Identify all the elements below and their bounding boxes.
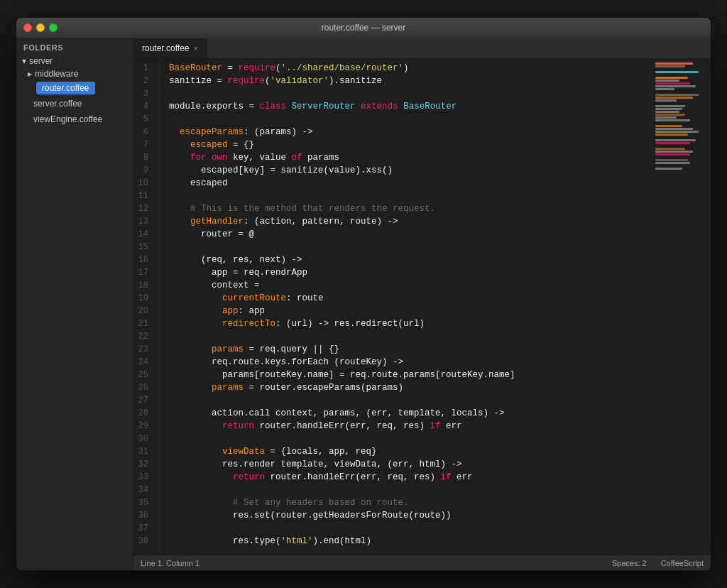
tab-router-coffee[interactable]: router.coffee × <box>133 38 207 58</box>
line-number: 35 <box>133 496 154 509</box>
window-title: router.coffee — server <box>322 23 406 33</box>
code-line-16: (req, res, next) -> <box>169 254 654 266</box>
main-layout: FOLDERS ▾ server ▸ middleware router.cof… <box>16 38 711 570</box>
sidebar-item-viewengine-coffee[interactable]: viewEngine.coffee <box>16 111 133 127</box>
line-number: 1 <box>133 62 154 75</box>
code-line-6: escapeParams: (params) -> <box>169 126 654 138</box>
traffic-lights <box>23 23 58 32</box>
code-line-36: res.set(router.getHeadersForRoute(route)… <box>169 509 654 522</box>
maximize-button[interactable] <box>49 23 58 32</box>
line-number: 12 <box>133 202 154 215</box>
code-line-28: action.call context, params, (err, templ… <box>169 407 654 420</box>
code-line-25: params[routeKey.name] = req.route.params… <box>169 369 654 381</box>
code-line-34 <box>169 484 654 496</box>
sidebar-item-server-coffee[interactable]: server.coffee <box>16 96 133 111</box>
code-line-7: escaped = {} <box>169 138 654 151</box>
window: router.coffee — server FOLDERS ▾ server … <box>16 17 711 571</box>
spaces-setting: Spaces: 2 <box>612 559 647 567</box>
line-number: 30 <box>133 432 154 445</box>
tab-label: router.coffee <box>142 43 190 53</box>
code-line-37 <box>169 522 654 535</box>
code-line-20: app: app <box>169 305 654 317</box>
code-line-23: params = req.query || {} <box>169 343 654 356</box>
code-line-8: for own key, value of params <box>169 151 654 164</box>
line-number: 2 <box>133 75 154 87</box>
code-line-3 <box>169 87 654 100</box>
code-line-10: escaped <box>169 177 654 190</box>
code-line-18: context = <box>169 279 654 292</box>
code-line-4: module.exports = class ServerRouter exte… <box>169 100 654 113</box>
code-line-33: return router.handleErr(err, req, res) i… <box>169 471 654 484</box>
code-line-27 <box>169 394 654 407</box>
line-number: 15 <box>133 241 154 254</box>
line-number: 7 <box>133 138 154 151</box>
code-line-30 <box>169 432 654 445</box>
tabs-bar: router.coffee × <box>133 38 711 59</box>
sidebar-item-label: middleware <box>35 69 78 79</box>
editor-body: 1 2 3 4 5 6 7 8 9 10 11 12 13 14 15 16 1 <box>133 59 711 555</box>
sidebar-item-server[interactable]: ▾ server <box>16 55 133 67</box>
line-number: 10 <box>133 177 154 190</box>
sidebar-item-middleware[interactable]: ▸ middleware <box>16 67 133 80</box>
sidebar-item-label: server <box>29 56 53 66</box>
line-number: 17 <box>133 266 154 279</box>
chevron-down-icon: ▾ <box>22 56 29 66</box>
code-line-11 <box>169 190 654 202</box>
line-number: 11 <box>133 190 154 202</box>
line-number: 5 <box>133 113 154 126</box>
line-number: 32 <box>133 458 154 471</box>
status-bar: Line 1, Column 1 Spaces: 2 CoffeeScript <box>133 555 711 570</box>
code-line-19: currentRoute: route <box>169 292 654 305</box>
line-number: 22 <box>133 330 154 343</box>
line-number: 33 <box>133 471 154 484</box>
code-line-26: params = router.escapeParams(params) <box>169 381 654 394</box>
line-number: 24 <box>133 356 154 369</box>
line-number: 37 <box>133 522 154 535</box>
code-line-1: BaseRouter = require('../shared/base/rou… <box>169 62 654 75</box>
code-line-13: getHandler: (action, pattern, route) -> <box>169 215 654 228</box>
line-number: 26 <box>133 381 154 394</box>
code-line-29: return router.handleErr(err, req, res) i… <box>169 420 654 432</box>
code-line-35: # Set any headers based on route. <box>169 496 654 509</box>
close-button[interactable] <box>23 23 32 32</box>
code-line-22 <box>169 330 654 343</box>
code-line-5 <box>169 113 654 126</box>
line-number: 16 <box>133 254 154 266</box>
sidebar-item-label: viewEngine.coffee <box>28 113 108 126</box>
line-number: 28 <box>133 407 154 420</box>
line-number: 3 <box>133 87 154 100</box>
sidebar-item-router-coffee[interactable]: router.coffee <box>16 80 133 96</box>
line-number: 25 <box>133 369 154 381</box>
line-number: 6 <box>133 126 154 138</box>
line-number: 20 <box>133 305 154 317</box>
line-number: 14 <box>133 228 154 241</box>
sidebar-header: FOLDERS <box>16 38 133 55</box>
status-right: Spaces: 2 CoffeeScript <box>612 559 704 567</box>
code-line-17: app = req.rendrApp <box>169 266 654 279</box>
minimap <box>654 59 711 555</box>
code-line-9: escaped[key] = sanitize(value).xss() <box>169 164 654 177</box>
line-number: 4 <box>133 100 154 113</box>
code-line-32: res.render template, viewData, (err, htm… <box>169 458 654 471</box>
code-line-21: redirectTo: (url) -> res.redirect(url) <box>169 317 654 330</box>
minimize-button[interactable] <box>36 23 45 32</box>
line-number: 36 <box>133 509 154 522</box>
line-number: 19 <box>133 292 154 305</box>
sidebar-item-label: server.coffee <box>28 97 87 110</box>
code-line-38: res.type('html').end(html) <box>169 535 654 548</box>
line-number: 34 <box>133 484 154 496</box>
code-line-31: viewData = {locals, app, req} <box>169 445 654 458</box>
chevron-right-icon: ▸ <box>28 69 35 79</box>
line-number: 29 <box>133 420 154 432</box>
line-number: 21 <box>133 317 154 330</box>
code-line-24: req.route.keys.forEach (routeKey) -> <box>169 356 654 369</box>
cursor-position: Line 1, Column 1 <box>141 559 199 567</box>
tab-close-button[interactable]: × <box>194 44 198 53</box>
code-line-12: # This is the method that renders the re… <box>169 202 654 215</box>
editor-container: router.coffee × 1 2 3 4 5 6 7 8 9 10 <box>133 38 711 570</box>
line-number: 9 <box>133 164 154 177</box>
code-line-2: sanitize = require('validator').sanitize <box>169 75 654 87</box>
line-number: 8 <box>133 151 154 164</box>
code-editor[interactable]: BaseRouter = require('../shared/base/rou… <box>160 59 654 555</box>
line-number: 18 <box>133 279 154 292</box>
